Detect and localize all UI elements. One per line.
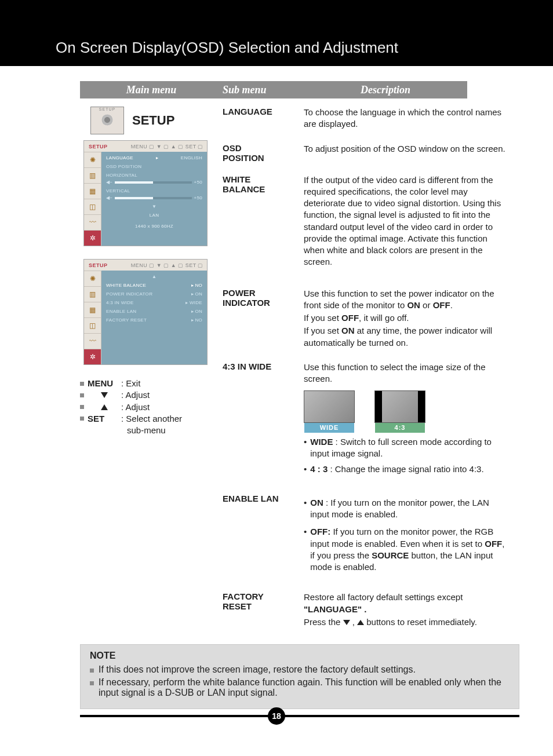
osd2-lan-label: ENABLE LAN — [106, 309, 136, 314]
button-legend: MENU: Exit : Adjust : Adjust SET: Select… — [80, 378, 223, 436]
note-box: NOTE If this does not improve the screen… — [80, 644, 519, 709]
gear-icon: SETUP — [90, 107, 124, 134]
setup-icon-selected: ✲ — [84, 230, 101, 246]
osd-panel-2: SETUP MENU ▢ ▼ ▢ ▲ ▢ SET ▢ ✺ ▥ ▦ ◫ 〰 ✲ — [83, 259, 208, 365]
osd2-fr-label: FACTORY RESET — [106, 317, 147, 323]
down-arrow-icon — [101, 392, 108, 398]
legend-set-desc: : Select another — [121, 413, 182, 425]
osd1-language-label: LANGUAGE — [106, 155, 133, 160]
setup-heading: SETUP SETUP — [90, 107, 223, 134]
note-item-1: If this does not improve the screen imag… — [99, 664, 416, 675]
legend-menu-desc: : Exit — [121, 378, 140, 389]
down-arrow-icon — [343, 620, 350, 625]
note-title: NOTE — [90, 651, 510, 661]
ratio-4-3: 4:3 — [374, 390, 425, 433]
column-header-row: Main menu Sub menu Description — [80, 81, 467, 98]
temp-icon: 〰 — [84, 333, 101, 349]
osd2-title: SETUP — [89, 262, 108, 268]
note-item-2: If necessary, perform the white balance … — [99, 677, 510, 698]
osd2-wb-val: NO — [195, 283, 202, 288]
desc-white-balance: If the output of the video card is diffe… — [304, 174, 508, 269]
ratio-icon: ◫ — [84, 199, 101, 214]
sub-enable-lan: ENABLE LAN — [223, 494, 304, 503]
colhead-desc: Description — [304, 84, 467, 96]
desc-power-indicator: Use this function to set the power indic… — [304, 288, 508, 350]
osd2-wb-label: WHITE BALANCE — [106, 283, 146, 288]
osd2-ratio-val: WIDE — [190, 300, 202, 305]
desc-factory-reset: Restore all factory default settings exc… — [304, 591, 508, 629]
setup-title: SETUP — [132, 113, 174, 128]
tracking-icon: ▦ — [84, 302, 101, 317]
page-title: On Screen Display(OSD) Selection and Adj… — [56, 39, 398, 57]
desc-osd-position: To adjust position of the OSD window on … — [304, 143, 508, 163]
color-icon: ▥ — [84, 286, 101, 302]
osd1-horizontal: HORIZONTAL — [106, 173, 137, 178]
content: Main menu Sub menu Description SETUP SET… — [0, 66, 553, 629]
tracking-icon: ▦ — [84, 183, 101, 199]
desc-ratio: Use this function to select the image si… — [304, 361, 508, 475]
osd1-title: SETUP — [89, 144, 108, 149]
sub-language: LANGUAGE — [223, 107, 304, 116]
osd2-list: ▲ WHITE BALANCE▸ NO POWER INDICATOR▸ ON … — [101, 271, 207, 364]
osd1-nav: MENU ▢ ▼ ▢ ▲ ▢ SET ▢ — [131, 144, 203, 149]
osd1-vertical: VERTICAL — [106, 188, 130, 193]
main-menu-column: SETUP SETUP SETUP MENU ▢ ▼ ▢ ▲ ▢ SET ▢ ✺ — [80, 107, 223, 629]
osd2-pi-label: POWER INDICATOR — [106, 291, 152, 297]
osd2-ratio-label: 4:3 IN WIDE — [106, 300, 134, 305]
ratio-4-3-label: 4:3 — [375, 423, 425, 433]
page: On Screen Display(OSD) Selection and Adj… — [0, 0, 553, 756]
colhead-main: Main menu — [80, 84, 223, 96]
osd2-fr-val: NO — [195, 317, 202, 323]
chevron-right-icon: ▸ — [156, 155, 158, 160]
colhead-sub: Sub menu — [223, 84, 304, 96]
sub-factory-reset: FACTORY RESET — [223, 591, 304, 611]
temp-icon: 〰 — [84, 214, 101, 230]
osd1-side-icons: ✺ ▥ ▦ ◫ 〰 ✲ — [84, 152, 101, 246]
ratio-wide-thumb — [304, 390, 355, 423]
legend-menu-key: MENU — [88, 378, 121, 389]
osd1-res: 1440 x 900 60HZ — [106, 224, 202, 231]
legend-set-key: SET — [88, 413, 121, 425]
sub-ratio: 4:3 IN WIDE — [223, 361, 304, 371]
gear-icon-graphic — [101, 114, 114, 126]
osd-panel-1: SETUP MENU ▢ ▼ ▢ ▲ ▢ SET ▢ ✺ ▥ ▦ ◫ 〰 ✲ — [83, 140, 208, 246]
sub-power-indicator: POWER INDICATOR — [223, 288, 304, 308]
osd2-nav: MENU ▢ ▼ ▢ ▲ ▢ SET ▢ — [131, 262, 203, 268]
legend-down-desc: : Adjust — [121, 389, 150, 401]
osd1-language-value: ENGLISH — [181, 155, 202, 160]
ratio-icon: ◫ — [84, 317, 101, 333]
brightness-icon: ✺ — [84, 271, 101, 286]
desc-enable-lan: •ON : If you turn on the monitor power, … — [304, 494, 508, 574]
osd2-pi-val: ON — [195, 291, 202, 297]
osd1-osdpos: OSD POSITION — [106, 164, 141, 169]
sub-osd-position: OSD POSITION — [223, 143, 304, 163]
osd1-h-val: 50 — [197, 180, 203, 185]
desc-language: To choose the language in which the cont… — [304, 107, 508, 132]
sub-white-balance: WHITE BALANCE — [223, 174, 304, 194]
footer-rule — [80, 715, 519, 717]
page-number: 18 — [268, 707, 285, 725]
title-banner: On Screen Display(OSD) Selection and Adj… — [0, 0, 553, 66]
ratio-wide-label: WIDE — [304, 423, 354, 433]
ratio-4-3-thumb — [374, 390, 425, 423]
brightness-icon: ✺ — [84, 152, 101, 167]
setup-icon-selected: ✲ — [84, 349, 101, 364]
color-icon: ▥ — [84, 167, 101, 183]
osd1-lan: LAN — [106, 213, 202, 220]
setup-icon-label: SETUP — [99, 107, 115, 111]
osd2-lan-val: ON — [195, 309, 202, 314]
ratio-wide: WIDE — [304, 390, 355, 433]
osd1-list: LANGUAGE▸ENGLISH OSD POSITION HORIZONTAL… — [101, 152, 207, 246]
up-arrow-icon — [101, 404, 108, 410]
osd1-v-val: 50 — [197, 195, 203, 200]
osd2-side-icons: ✺ ▥ ▦ ◫ 〰 ✲ — [84, 271, 101, 364]
legend-up-desc: : Adjust — [121, 401, 150, 413]
up-arrow-icon — [357, 620, 364, 625]
legend-set-desc2: sub-menu — [127, 425, 166, 436]
